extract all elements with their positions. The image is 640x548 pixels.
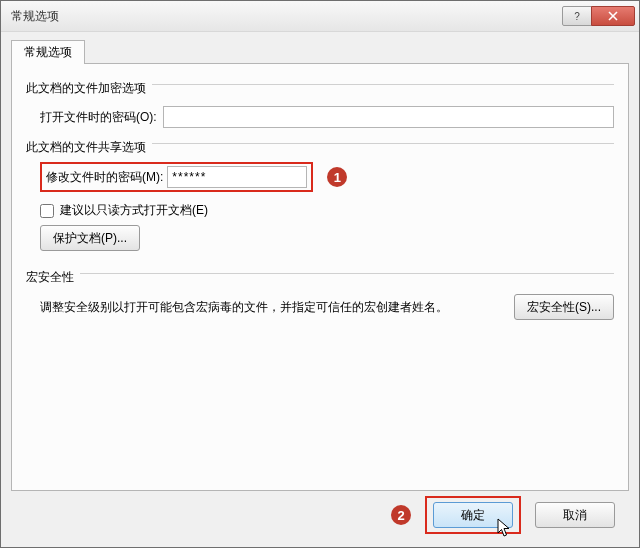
window-controls: ? (563, 6, 635, 26)
macro-row: 调整安全级别以打开可能包含宏病毒的文件，并指定可信任的宏创建者姓名。 宏安全性(… (40, 294, 614, 320)
window-title: 常规选项 (11, 8, 563, 25)
tab-general[interactable]: 常规选项 (11, 40, 85, 64)
group-share-header: 此文档的文件共享选项 (26, 135, 614, 158)
cancel-button[interactable]: 取消 (535, 502, 615, 528)
dialog-footer: 2 确定 取消 (11, 491, 629, 539)
annotation-highlight-1: 修改文件时的密码(M): (40, 162, 313, 192)
annotation-callout-1: 1 (327, 167, 347, 187)
ok-button[interactable]: 确定 (433, 502, 513, 528)
group-macro-title: 宏安全性 (26, 269, 74, 286)
tab-panel-general: 此文档的文件加密选项 打开文件时的密码(O): 此文档的文件共享选项 修改文件时… (11, 63, 629, 491)
annotation-callout-2: 2 (391, 505, 411, 525)
open-password-input[interactable] (163, 106, 614, 128)
group-share-title: 此文档的文件共享选项 (26, 139, 146, 156)
open-password-row: 打开文件时的密码(O): (40, 105, 614, 129)
modify-password-label: 修改文件时的密码(M): (46, 169, 163, 186)
tabstrip: 常规选项 (11, 40, 629, 64)
divider (152, 84, 614, 85)
group-encrypt-title: 此文档的文件加密选项 (26, 80, 146, 97)
modify-password-input[interactable] (167, 166, 307, 188)
close-button[interactable] (591, 6, 635, 26)
group-encrypt-header: 此文档的文件加密选项 (26, 76, 614, 99)
dialog-window: 常规选项 ? 常规选项 此文档的文件加密选项 打开文件时的密 (0, 0, 640, 548)
divider (80, 273, 614, 274)
macro-security-button[interactable]: 宏安全性(S)... (514, 294, 614, 320)
macro-description: 调整安全级别以打开可能包含宏病毒的文件，并指定可信任的宏创建者姓名。 (40, 299, 514, 316)
client-area: 常规选项 此文档的文件加密选项 打开文件时的密码(O): 此文档的文件共享选项 … (1, 32, 639, 547)
modify-password-row: 修改文件时的密码(M): 1 (40, 162, 614, 192)
close-icon (608, 11, 618, 21)
titlebar: 常规选项 ? (1, 1, 639, 32)
help-button[interactable]: ? (562, 6, 592, 26)
protect-document-button[interactable]: 保护文档(P)... (40, 225, 140, 251)
readonly-checkbox-label: 建议以只读方式打开文档(E) (60, 202, 208, 219)
group-macro-header: 宏安全性 (26, 265, 614, 288)
help-icon: ? (574, 11, 580, 22)
open-password-label: 打开文件时的密码(O): (40, 109, 157, 126)
readonly-checkbox[interactable] (40, 204, 54, 218)
annotation-highlight-2: 确定 (425, 496, 521, 534)
readonly-row: 建议以只读方式打开文档(E) (40, 202, 614, 219)
divider (152, 143, 614, 144)
